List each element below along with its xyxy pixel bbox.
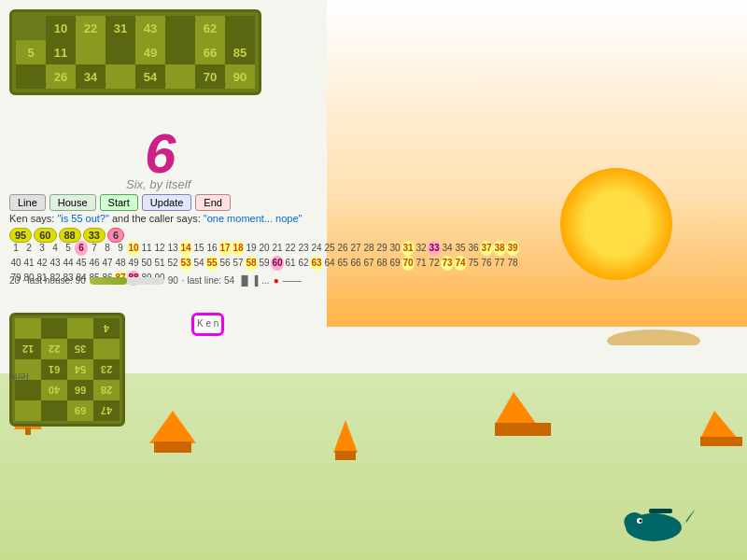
grid-num-43: 43 — [49, 256, 62, 271]
grid-num-58: 58 — [245, 256, 258, 271]
progress-end: 90 — [168, 275, 178, 286]
grid-num-4: 4 — [49, 241, 62, 256]
ken-quote: "is 55 out?" — [57, 213, 109, 224]
grid-num-73: 73 — [441, 256, 454, 271]
grid-num-39: 39 — [506, 241, 519, 256]
grid-num-67: 67 — [362, 256, 375, 271]
grid-num-60: 60 — [271, 256, 284, 271]
whale-decoration — [621, 495, 696, 546]
grid-num-76: 76 — [480, 256, 493, 271]
grid-num-13: 13 — [166, 241, 179, 256]
grid-num-57: 57 — [232, 256, 245, 271]
grid-num-40: 40 — [9, 256, 22, 271]
grid-num-42: 42 — [35, 256, 49, 271]
current-number-display: 6 — [145, 121, 176, 186]
grid-num-20: 20 — [258, 241, 271, 256]
house-button[interactable]: House — [49, 194, 96, 211]
svg-rect-1 — [25, 427, 31, 435]
grid-num-69: 69 — [388, 256, 402, 271]
boat-2 — [149, 411, 196, 457]
grid-num-11: 11 — [140, 241, 153, 256]
grid-num-51: 51 — [153, 256, 166, 271]
end-button[interactable]: End — [195, 194, 231, 211]
grid-num-52: 52 — [166, 256, 179, 271]
grid-num-12: 12 — [153, 241, 166, 256]
grid-num-48: 48 — [114, 256, 127, 271]
grid-num-55: 55 — [205, 256, 218, 271]
ken-label: K e n — [197, 318, 218, 329]
grid-num-16: 16 — [205, 241, 218, 256]
svg-rect-7 — [495, 423, 551, 436]
grid-num-49: 49 — [127, 256, 140, 271]
grid-num-64: 64 — [323, 256, 336, 271]
svg-rect-5 — [335, 451, 356, 460]
grid-num-74: 74 — [454, 256, 467, 271]
grid-num-32: 32 — [415, 241, 428, 256]
terry-label: Terry — [9, 371, 30, 382]
grid-num-70: 70 — [402, 256, 415, 271]
boat-5 — [700, 411, 742, 448]
grid-num-10: 10 — [127, 241, 140, 256]
grid-num-50: 50 — [140, 256, 153, 271]
grid-num-22: 22 — [284, 241, 297, 256]
progress-bar — [90, 277, 164, 285]
control-buttons: Line House Start Update End — [9, 194, 231, 211]
grid-num-35: 35 — [454, 241, 467, 256]
grid-num-9: 9 — [114, 241, 127, 256]
grid-num-14: 14 — [179, 241, 192, 256]
grid-row-1: 1234567891011121314151617181920212223242… — [9, 241, 523, 256]
grid-num-62: 62 — [297, 256, 310, 271]
grid-num-68: 68 — [375, 256, 388, 271]
grid-num-6: 6 — [75, 241, 88, 256]
grid-num-26: 26 — [336, 241, 349, 256]
line-button[interactable]: Line — [9, 194, 46, 211]
last-house-stat: 20 · last house: 90 — [9, 275, 86, 286]
grid-num-5: 5 — [62, 241, 75, 256]
grid-num-71: 71 — [415, 256, 428, 271]
grid-num-34: 34 — [441, 241, 454, 256]
grid-num-1: 1 — [9, 241, 22, 256]
svg-marker-4 — [333, 420, 358, 453]
grid-num-7: 7 — [88, 241, 101, 256]
grid-row-2: 4041424344454647484950515253545556575859… — [9, 256, 523, 271]
svg-marker-6 — [495, 392, 537, 425]
progress-fill — [90, 277, 127, 285]
circle-indicator: ● — [274, 275, 279, 286]
start-button[interactable]: Start — [100, 194, 138, 211]
grid-num-37: 37 — [480, 241, 493, 256]
grid-num-78: 78 — [506, 256, 519, 271]
grid-num-3: 3 — [35, 241, 49, 256]
grid-num-46: 46 — [88, 256, 101, 271]
svg-rect-3 — [154, 441, 191, 453]
grid-num-27: 27 — [349, 241, 362, 256]
terry-board: 47 69 28 66 40 23 54 61 35 22 12 4 — [9, 313, 125, 427]
grid-num-23: 23 — [297, 241, 310, 256]
grid-num-66: 66 — [349, 256, 362, 271]
grid-num-63: 63 — [310, 256, 323, 271]
grid-num-56: 56 — [218, 256, 232, 271]
grid-num-45: 45 — [75, 256, 88, 271]
last-line-stat: · last line: 54 — [182, 275, 234, 286]
and-text: and the caller says: — [112, 213, 201, 224]
grid-num-47: 47 — [101, 256, 114, 271]
svg-rect-14 — [649, 509, 672, 513]
grid-num-72: 72 — [428, 256, 441, 271]
grid-num-54: 54 — [192, 256, 205, 271]
sun-decoration — [560, 168, 672, 280]
svg-marker-8 — [700, 411, 738, 439]
svg-point-10 — [607, 329, 700, 345]
grid-num-2: 2 — [22, 241, 35, 256]
grid-num-33: 33 — [428, 241, 441, 256]
grid-num-17: 17 — [218, 241, 232, 256]
svg-rect-9 — [700, 437, 742, 446]
update-button[interactable]: Update — [142, 194, 191, 211]
svg-marker-2 — [149, 411, 196, 443]
grid-num-28: 28 — [362, 241, 375, 256]
grid-num-41: 41 — [22, 256, 35, 271]
caller-quote: "one moment... nope" — [204, 213, 303, 224]
number-label: Six, by itself — [126, 177, 190, 191]
grid-num-19: 19 — [245, 241, 258, 256]
grid-num-65: 65 — [336, 256, 349, 271]
top-bingo-board: 10 22 31 43 62 5 11 49 66 85 26 34 54 70 — [9, 9, 261, 95]
grid-num-77: 77 — [493, 256, 506, 271]
